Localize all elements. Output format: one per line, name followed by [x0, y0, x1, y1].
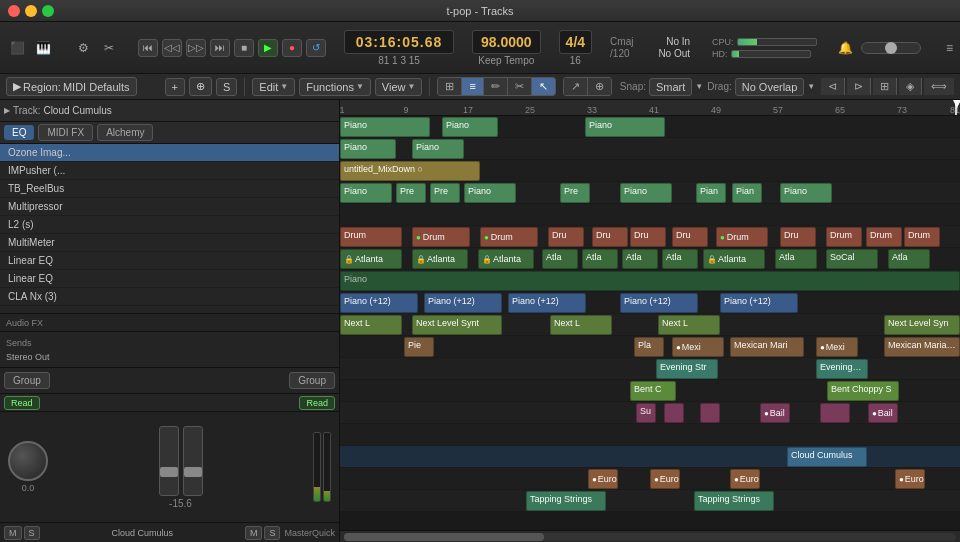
clip-drum-10[interactable]: Drum	[826, 227, 862, 247]
arrange-track-49[interactable]: Evening Str Evening Str	[340, 358, 960, 380]
clip-next-1[interactable]: Next L	[340, 315, 402, 335]
scissors-tool[interactable]: ✂	[508, 78, 532, 95]
clip-sum-5[interactable]	[820, 403, 850, 423]
lcd-icon[interactable]: ⬛	[6, 37, 28, 59]
clip-atlanta-6[interactable]: Atla	[622, 249, 658, 269]
clip-piano-4g[interactable]: Pian	[696, 183, 726, 203]
region-value[interactable]: MIDI Defaults	[63, 81, 130, 93]
clip-piano-45[interactable]: Piano	[340, 271, 960, 291]
clip-piano-2a[interactable]: Piano	[340, 139, 396, 159]
clip-drum-1[interactable]: Drum	[340, 227, 402, 247]
arrange-track-54[interactable]	[340, 424, 960, 446]
edit-button[interactable]: Edit ▼	[252, 78, 295, 96]
copy-button[interactable]: ⊕	[189, 77, 212, 96]
cut-icon[interactable]: ✂	[98, 37, 120, 59]
track-chevron[interactable]: ▶	[4, 106, 10, 115]
timesig-display[interactable]: 4/4	[559, 30, 592, 54]
pan-knob[interactable]	[8, 441, 48, 481]
view-button[interactable]: View ▼	[375, 78, 423, 96]
clip-next-2[interactable]: Next Level Synt	[412, 315, 502, 335]
insert-item-0[interactable]: Ozone Imag...	[0, 144, 339, 162]
clip-atlanta-7[interactable]: Atla	[662, 249, 698, 269]
clip-horn-1[interactable]: Pie	[404, 337, 434, 357]
clip-piano-4i[interactable]: Piano	[780, 183, 832, 203]
channel-m-button[interactable]: M	[4, 526, 22, 540]
clip-piano-1b[interactable]: Piano	[442, 117, 498, 137]
alchemy-tab[interactable]: Alchemy	[97, 124, 153, 141]
drag-value[interactable]: No Overlap	[735, 78, 805, 96]
arrange-track-19[interactable]: 🔒Atlanta 🔒Atlanta 🔒Atlanta Atla Atla Atl…	[340, 248, 960, 270]
clip-drum-2[interactable]: ●Drum	[412, 227, 470, 247]
clip-drum-12[interactable]: Drum	[904, 227, 940, 247]
clip-piano-1[interactable]: Piano	[340, 117, 430, 137]
clip-tap-2[interactable]: Tapping Strings	[694, 491, 774, 511]
clip-cloud-1[interactable]: Cloud Cumulus	[787, 447, 867, 467]
clip-piano-2b[interactable]: Piano	[412, 139, 464, 159]
arrange-track-5[interactable]	[340, 204, 960, 226]
list-icon[interactable]: ≡	[939, 37, 960, 59]
cycle-button[interactable]: ↺	[306, 39, 326, 57]
zoom-tool[interactable]: ⊕	[588, 78, 611, 95]
clip-atlanta-5[interactable]: Atla	[582, 249, 618, 269]
snap-value[interactable]: Smart	[649, 78, 692, 96]
clip-atlanta-2[interactable]: 🔒Atlanta	[412, 249, 468, 269]
insert-item-7[interactable]: Linear EQ	[0, 270, 339, 288]
mini-btn4[interactable]: ◈	[899, 78, 922, 95]
main-time-display[interactable]: 03:16:05.68	[344, 30, 454, 54]
clip-drum-3[interactable]: ●Drum	[480, 227, 538, 247]
clip-sum-6[interactable]: ●Bail	[868, 403, 898, 423]
mini-btn2[interactable]: ⊳	[847, 78, 871, 95]
track-name-display[interactable]: Cloud Cumulus	[43, 105, 111, 116]
clip-atlanta-1[interactable]: 🔒Atlanta	[340, 249, 402, 269]
channel-m2-button[interactable]: M	[245, 526, 263, 540]
clip-neon-4[interactable]: Piano (+12)	[620, 293, 698, 313]
mini-btn5[interactable]: ⟺	[924, 78, 954, 95]
arrange-track-1[interactable]: Piano Piano Piano	[340, 116, 960, 138]
arrange-track-55[interactable]: Cloud Cumulus	[340, 446, 960, 468]
goto-start-button[interactable]: ⏮	[138, 39, 158, 57]
insert-item-8[interactable]: CLA Nx (3)	[0, 288, 339, 306]
clip-evening-1[interactable]: Evening Str	[656, 359, 718, 379]
arrange-track-3[interactable]: untitled_MixDown ○	[340, 160, 960, 182]
arrange-track-51[interactable]: Su ●Bail ●Bail	[340, 402, 960, 424]
insert-item-4[interactable]: L2 (s)	[0, 216, 339, 234]
clip-neon-1[interactable]: Piano (+12)	[340, 293, 418, 313]
mini-btn1[interactable]: ⊲	[821, 78, 845, 95]
clip-euro-3[interactable]: ●Euro	[730, 469, 760, 489]
arrange-track-46[interactable]: Piano (+12) Piano (+12) Piano (+12) Pian…	[340, 292, 960, 314]
grid-tool[interactable]: ⊞	[438, 78, 462, 95]
clip-euro-4[interactable]: ●Euro	[895, 469, 925, 489]
clip-atlanta-3[interactable]: 🔒Atlanta	[478, 249, 534, 269]
settings-icon[interactable]: ⚙	[72, 37, 94, 59]
clip-euro-1[interactable]: ●Euro	[588, 469, 618, 489]
select-tool[interactable]: ↖	[532, 78, 555, 95]
insert-item-6[interactable]: Linear EQ	[0, 252, 339, 270]
clip-piano-4a[interactable]: Piano	[340, 183, 392, 203]
clip-sum-2[interactable]	[664, 403, 684, 423]
forward-button[interactable]: ▷▷	[186, 39, 206, 57]
clip-atlanta-4[interactable]: Atla	[542, 249, 578, 269]
minimize-button[interactable]	[25, 5, 37, 17]
clip-next-3[interactable]: Next L	[550, 315, 612, 335]
insert-item-2[interactable]: TB_ReelBus	[0, 180, 339, 198]
arrange-track-45[interactable]: Piano	[340, 270, 960, 292]
clip-horn-4[interactable]: Mexican Mari	[730, 337, 804, 357]
clip-horn-6[interactable]: Mexican Mariachi Hor	[884, 337, 960, 357]
clip-evening-2[interactable]: Evening Str	[816, 359, 868, 379]
group-btn2[interactable]: Group	[289, 372, 335, 389]
clip-piano-4f[interactable]: Piano	[620, 183, 672, 203]
channel-s2-button[interactable]: S	[264, 526, 280, 540]
fader-vertical-left[interactable]	[159, 426, 179, 496]
midifx-tab[interactable]: MIDI FX	[38, 124, 93, 141]
clip-piano-1c[interactable]: Piano	[585, 117, 665, 137]
clip-drum-7[interactable]: Dru	[672, 227, 708, 247]
stop-button[interactable]: ■	[234, 39, 254, 57]
clip-piano-4e[interactable]: Pre	[560, 183, 590, 203]
insert-item-1[interactable]: IMPusher (...	[0, 162, 339, 180]
master-volume-slider[interactable]	[861, 42, 921, 54]
clip-horn-5[interactable]: ●Mexi	[816, 337, 858, 357]
clip-drum-5[interactable]: Dru	[592, 227, 628, 247]
arrange-track-50[interactable]: Bent C Bent Choppy S	[340, 380, 960, 402]
h-scrollbar[interactable]	[340, 530, 960, 542]
arrange-track-48[interactable]: Pie Pla ●Mexi Mexican Mari ●Mexi Mexican…	[340, 336, 960, 358]
